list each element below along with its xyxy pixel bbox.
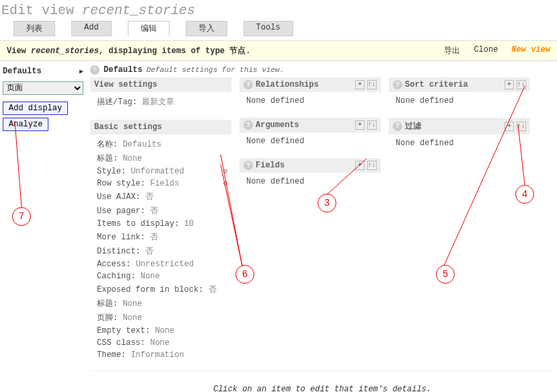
tab-list[interactable]: 列表 — [13, 21, 55, 36]
analyze-button[interactable]: Analyze — [3, 118, 48, 131]
tab-edit[interactable]: 编辑 — [128, 21, 170, 36]
setting-row[interactable]: Exposed form in block: 否 — [97, 282, 227, 297]
help-icon[interactable]: ? — [244, 80, 253, 89]
tab-tools[interactable]: Tools — [244, 21, 293, 36]
basic-settings-title: Basic settings — [94, 122, 162, 132]
setting-row[interactable]: Theme: Information — [97, 349, 227, 361]
relationships-panel: ?Relationships +↑↓ None defined — [239, 77, 381, 112]
arguments-panel: ?Arguments +↑↓ None defined — [239, 118, 381, 153]
new-view-link[interactable]: New view — [511, 45, 550, 56]
setting-row[interactable]: 标题: None — [97, 151, 227, 165]
none-defined: None defined — [246, 95, 377, 107]
expand-icon[interactable]: ▶ — [79, 67, 83, 75]
reorder-icon[interactable]: ↑↓ — [517, 122, 526, 131]
help-icon[interactable]: ? — [393, 122, 402, 131]
setting-row[interactable]: 页脚: None — [97, 311, 227, 325]
defaults-header[interactable]: Defaults — [3, 67, 42, 76]
edit-hint: Click on an item to edit that item's det… — [90, 370, 554, 392]
view-settings-title: View settings — [94, 80, 157, 89]
gear-icon[interactable]: ⚙ — [223, 167, 227, 175]
setting-row[interactable]: More link: 否 — [97, 230, 227, 244]
help-icon[interactable]: ? — [244, 161, 253, 170]
help-icon[interactable]: ? — [90, 65, 100, 75]
none-defined: None defined — [396, 95, 526, 107]
sort-criteria-panel: ?Sort criteria +↑↓ None defined — [389, 77, 530, 112]
setting-row[interactable]: Caching: None — [97, 270, 227, 282]
add-icon[interactable]: + — [355, 120, 365, 130]
setting-row[interactable]: 标题: None — [97, 297, 227, 311]
tabs: 列表 Add 编辑 导入 Tools — [0, 19, 557, 40]
none-defined: None defined — [246, 135, 377, 147]
setting-row[interactable]: Use AJAX: 否 — [97, 190, 227, 204]
add-display-button[interactable]: Add display — [3, 102, 68, 115]
help-icon[interactable]: ? — [393, 80, 402, 89]
none-defined: None defined — [396, 137, 526, 149]
add-icon[interactable]: + — [355, 161, 365, 170]
page-title: Edit view recent_stories — [0, 0, 557, 19]
setting-row[interactable]: Items to display: 10 — [97, 218, 227, 230]
tab-import[interactable]: 导入 — [186, 21, 227, 36]
reorder-icon[interactable]: ↑↓ — [517, 80, 526, 89]
setting-row[interactable]: Access: Unrestricted — [97, 258, 227, 270]
view-settings-panel: View settings 描述/Tag: 最新文章 — [90, 77, 231, 114]
add-icon[interactable]: + — [355, 80, 365, 89]
info-bar: View recent_stories, displaying items of… — [0, 40, 557, 61]
setting-row[interactable]: Distinct: 否 — [97, 244, 227, 258]
help-icon[interactable]: ? — [244, 120, 253, 130]
filter-panel: ?过滤 +↑↓ None defined — [389, 118, 530, 155]
desc-row[interactable]: 描述/Tag: 最新文章 — [97, 95, 227, 109]
setting-row[interactable]: Empty text: None — [97, 325, 227, 337]
tab-add[interactable]: Add — [71, 21, 112, 36]
fields-panel: ?Fields +↑↓ None defined — [239, 158, 381, 193]
reorder-icon[interactable]: ↑↓ — [367, 120, 377, 130]
add-icon[interactable]: + — [505, 80, 514, 89]
setting-row[interactable]: Use pager: 否 — [97, 204, 227, 218]
setting-row[interactable]: Style: Unformatted⚙ — [97, 165, 227, 178]
setting-row[interactable]: CSS class: None — [97, 337, 227, 349]
reorder-icon[interactable]: ↑↓ — [367, 161, 377, 170]
setting-row[interactable]: 名称: Defaults — [97, 137, 227, 151]
none-defined: None defined — [246, 175, 377, 188]
sidebar: Defaults ▶ 页面 Add display Analyze — [3, 65, 83, 392]
display-select[interactable]: 页面 — [3, 81, 83, 95]
clone-link[interactable]: Clone — [474, 45, 498, 56]
basic-settings-panel: Basic settings 名称: Defaults标题: NoneStyle… — [90, 120, 231, 366]
section-header: ? Defaults Default settings for this vie… — [90, 65, 554, 77]
add-icon[interactable]: + — [505, 122, 514, 131]
export-link[interactable]: 导出 — [444, 45, 460, 56]
reorder-icon[interactable]: ↑↓ — [367, 80, 377, 89]
gear-icon[interactable]: ⚙ — [223, 179, 227, 188]
setting-row[interactable]: Row style: Fields⚙ — [97, 178, 227, 190]
